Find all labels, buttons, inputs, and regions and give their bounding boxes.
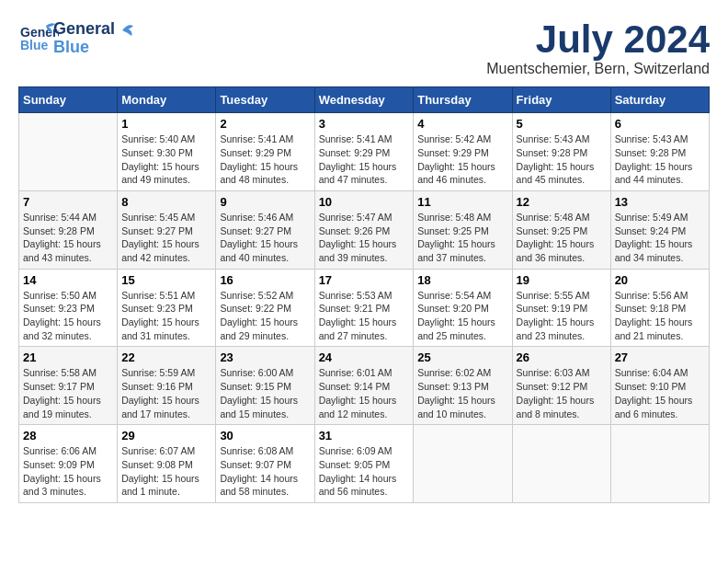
- day-info: Sunrise: 5:55 AMSunset: 9:19 PMDaylight:…: [517, 289, 607, 343]
- day-number: 31: [319, 429, 410, 442]
- calendar-cell: 22Sunrise: 5:59 AMSunset: 9:16 PMDayligh…: [118, 347, 216, 425]
- day-info: Sunrise: 5:43 AMSunset: 9:28 PMDaylight:…: [615, 132, 705, 187]
- day-number: 13: [615, 195, 705, 209]
- title-area: July 2024 Muentschemier, Bern, Switzerla…: [486, 18, 710, 77]
- day-info: Sunrise: 5:41 AMSunset: 9:29 PMDaylight:…: [319, 132, 410, 187]
- day-info: Sunrise: 5:59 AMSunset: 9:16 PMDaylight:…: [121, 366, 211, 420]
- calendar-cell: 13Sunrise: 5:49 AMSunset: 9:24 PMDayligh…: [610, 190, 709, 269]
- calendar-table: SundayMondayTuesdayWednesdayThursdayFrid…: [18, 86, 710, 503]
- page-header: General Blue General Blue July 2024 Muen…: [18, 18, 710, 77]
- day-info: Sunrise: 5:46 AMSunset: 9:27 PMDaylight:…: [220, 211, 310, 265]
- day-number: 15: [121, 273, 211, 287]
- calendar-cell: 14Sunrise: 5:50 AMSunset: 9:23 PMDayligh…: [19, 269, 118, 347]
- svg-text:Blue: Blue: [20, 38, 49, 52]
- calendar-cell: 26Sunrise: 6:03 AMSunset: 9:12 PMDayligh…: [512, 347, 610, 425]
- calendar-cell: 18Sunrise: 5:54 AMSunset: 9:20 PMDayligh…: [414, 269, 512, 347]
- weekday-header: Monday: [118, 87, 216, 113]
- month-title: July 2024: [486, 18, 710, 61]
- day-info: Sunrise: 5:56 AMSunset: 9:18 PMDaylight:…: [615, 289, 705, 343]
- logo: General Blue General Blue: [18, 18, 141, 59]
- calendar-cell: 3Sunrise: 5:41 AMSunset: 9:29 PMDaylight…: [314, 113, 414, 191]
- bird-icon: [120, 21, 141, 40]
- day-info: Sunrise: 6:00 AMSunset: 9:15 PMDaylight:…: [220, 366, 310, 420]
- calendar-cell: 8Sunrise: 5:45 AMSunset: 9:27 PMDaylight…: [118, 190, 216, 269]
- day-info: Sunrise: 6:04 AMSunset: 9:10 PMDaylight:…: [615, 366, 705, 420]
- calendar-week-row: 7Sunrise: 5:44 AMSunset: 9:28 PMDaylight…: [19, 190, 710, 269]
- day-info: Sunrise: 5:42 AMSunset: 9:29 PMDaylight:…: [417, 132, 507, 187]
- day-info: Sunrise: 5:51 AMSunset: 9:23 PMDaylight:…: [121, 289, 211, 343]
- calendar-cell: 24Sunrise: 6:01 AMSunset: 9:14 PMDayligh…: [314, 347, 414, 425]
- day-info: Sunrise: 5:41 AMSunset: 9:29 PMDaylight:…: [220, 132, 310, 187]
- weekday-header: Saturday: [610, 87, 709, 113]
- day-number: 6: [615, 117, 705, 131]
- calendar-cell: [414, 425, 512, 503]
- day-info: Sunrise: 6:08 AMSunset: 9:07 PMDaylight:…: [220, 444, 310, 499]
- day-number: 2: [220, 117, 310, 131]
- day-number: 26: [517, 350, 607, 364]
- weekday-header: Sunday: [19, 87, 118, 113]
- weekday-header: Wednesday: [314, 87, 414, 113]
- day-number: 3: [319, 117, 410, 131]
- day-number: 27: [615, 350, 705, 364]
- day-number: 5: [517, 117, 607, 131]
- day-number: 11: [417, 195, 507, 209]
- calendar-week-row: 14Sunrise: 5:50 AMSunset: 9:23 PMDayligh…: [19, 269, 710, 347]
- day-info: Sunrise: 5:50 AMSunset: 9:23 PMDaylight:…: [23, 289, 113, 343]
- calendar-cell: [19, 113, 118, 191]
- calendar-cell: 19Sunrise: 5:55 AMSunset: 9:19 PMDayligh…: [512, 269, 610, 347]
- calendar-cell: 17Sunrise: 5:53 AMSunset: 9:21 PMDayligh…: [314, 269, 414, 347]
- calendar-cell: 16Sunrise: 5:52 AMSunset: 9:22 PMDayligh…: [216, 269, 314, 347]
- day-number: 20: [615, 273, 705, 287]
- day-info: Sunrise: 5:40 AMSunset: 9:30 PMDaylight:…: [121, 132, 211, 187]
- calendar-week-row: 28Sunrise: 6:06 AMSunset: 9:09 PMDayligh…: [19, 425, 710, 503]
- day-number: 25: [417, 350, 507, 364]
- calendar-cell: 27Sunrise: 6:04 AMSunset: 9:10 PMDayligh…: [610, 347, 709, 425]
- day-number: 18: [417, 273, 507, 287]
- day-info: Sunrise: 5:47 AMSunset: 9:26 PMDaylight:…: [319, 211, 410, 265]
- weekday-header: Thursday: [414, 87, 512, 113]
- day-number: 14: [23, 273, 113, 287]
- day-number: 12: [517, 195, 607, 209]
- day-info: Sunrise: 6:03 AMSunset: 9:12 PMDaylight:…: [517, 366, 607, 420]
- day-number: 7: [23, 195, 113, 209]
- day-info: Sunrise: 6:06 AMSunset: 9:09 PMDaylight:…: [23, 444, 113, 499]
- day-info: Sunrise: 6:09 AMSunset: 9:05 PMDaylight:…: [319, 444, 410, 499]
- day-number: 1: [121, 117, 211, 131]
- calendar-cell: 2Sunrise: 5:41 AMSunset: 9:29 PMDaylight…: [216, 113, 314, 191]
- calendar-cell: 30Sunrise: 6:08 AMSunset: 9:07 PMDayligh…: [216, 425, 314, 503]
- logo-general: General: [53, 20, 115, 39]
- calendar-week-row: 1Sunrise: 5:40 AMSunset: 9:30 PMDaylight…: [19, 113, 710, 191]
- day-number: 10: [319, 195, 410, 209]
- calendar-cell: 21Sunrise: 5:58 AMSunset: 9:17 PMDayligh…: [19, 347, 118, 425]
- day-number: 17: [319, 273, 410, 287]
- calendar-cell: 7Sunrise: 5:44 AMSunset: 9:28 PMDaylight…: [19, 190, 118, 269]
- calendar-cell: 11Sunrise: 5:48 AMSunset: 9:25 PMDayligh…: [414, 190, 512, 269]
- day-info: Sunrise: 5:48 AMSunset: 9:25 PMDaylight:…: [417, 211, 507, 265]
- calendar-cell: 5Sunrise: 5:43 AMSunset: 9:28 PMDaylight…: [512, 113, 610, 191]
- day-number: 24: [319, 350, 410, 364]
- day-info: Sunrise: 5:44 AMSunset: 9:28 PMDaylight:…: [23, 211, 113, 265]
- calendar-cell: 9Sunrise: 5:46 AMSunset: 9:27 PMDaylight…: [216, 190, 314, 269]
- calendar-body: 1Sunrise: 5:40 AMSunset: 9:30 PMDaylight…: [19, 113, 710, 503]
- day-info: Sunrise: 5:54 AMSunset: 9:20 PMDaylight:…: [417, 289, 507, 343]
- day-info: Sunrise: 5:58 AMSunset: 9:17 PMDaylight:…: [23, 366, 113, 420]
- day-info: Sunrise: 6:01 AMSunset: 9:14 PMDaylight:…: [319, 366, 410, 420]
- calendar-cell: 31Sunrise: 6:09 AMSunset: 9:05 PMDayligh…: [314, 425, 414, 503]
- day-number: 4: [417, 117, 507, 131]
- weekday-row: SundayMondayTuesdayWednesdayThursdayFrid…: [19, 87, 710, 113]
- day-info: Sunrise: 5:48 AMSunset: 9:25 PMDaylight:…: [517, 211, 607, 265]
- calendar-cell: 23Sunrise: 6:00 AMSunset: 9:15 PMDayligh…: [216, 347, 314, 425]
- calendar-cell: 20Sunrise: 5:56 AMSunset: 9:18 PMDayligh…: [610, 269, 709, 347]
- logo-blue: Blue: [53, 39, 115, 57]
- day-info: Sunrise: 6:07 AMSunset: 9:08 PMDaylight:…: [121, 444, 211, 499]
- day-number: 29: [121, 429, 211, 442]
- calendar-cell: 28Sunrise: 6:06 AMSunset: 9:09 PMDayligh…: [19, 425, 118, 503]
- calendar-cell: 6Sunrise: 5:43 AMSunset: 9:28 PMDaylight…: [610, 113, 709, 191]
- calendar-cell: 10Sunrise: 5:47 AMSunset: 9:26 PMDayligh…: [314, 190, 414, 269]
- calendar-header: SundayMondayTuesdayWednesdayThursdayFrid…: [19, 87, 710, 113]
- day-number: 28: [23, 429, 113, 442]
- day-info: Sunrise: 5:53 AMSunset: 9:21 PMDaylight:…: [319, 289, 410, 343]
- calendar-cell: 4Sunrise: 5:42 AMSunset: 9:29 PMDaylight…: [414, 113, 512, 191]
- calendar-cell: 29Sunrise: 6:07 AMSunset: 9:08 PMDayligh…: [118, 425, 216, 503]
- calendar-cell: 25Sunrise: 6:02 AMSunset: 9:13 PMDayligh…: [414, 347, 512, 425]
